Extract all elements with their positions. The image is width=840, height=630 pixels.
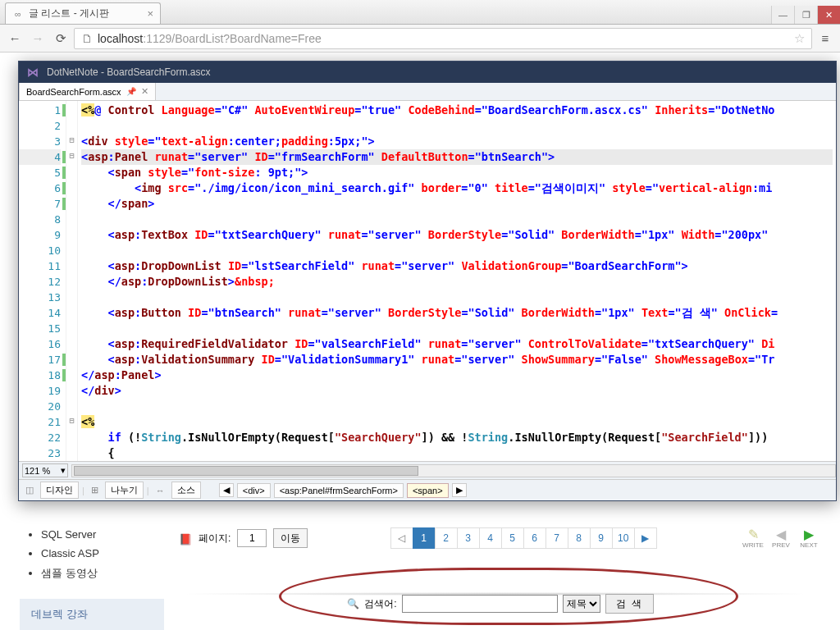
page-label: 페이지: [199, 532, 231, 546]
tab-close-icon[interactable]: × [147, 7, 153, 20]
breadcrumb-item[interactable]: <span> [407, 483, 449, 498]
next-button[interactable]: ▶NEXT [796, 526, 822, 550]
window-maximize-icon[interactable]: ❐ [794, 6, 817, 24]
breadcrumb-item[interactable]: <asp:Panel#frmSearchForm> [274, 483, 404, 498]
line-gutter: 1 2 3 4 5 6 7 8 9 10 11 12 13 14 [19, 101, 66, 461]
write-button[interactable]: ✎WRITE [740, 526, 766, 550]
vs-window: ⋈ DotNetNote - BoardSearchForm.ascx Boar… [18, 61, 837, 501]
vs-footer: ◫ 디자인 | ⊞ 나누기 | ↔ 소스 ◀ <div> <asp:Panel#… [19, 479, 836, 500]
pager-next-icon[interactable]: ▶ [634, 527, 657, 549]
file-tab-label: BoardSearchForm.ascx [26, 87, 121, 97]
pager-page[interactable]: 9 [590, 527, 613, 549]
url-bar[interactable]: 🗋 localhost:1129/BoardList?BoardName=Fre… [74, 28, 812, 49]
pager: ◁ 1 2 3 4 5 6 7 8 9 10 ▶ [391, 527, 657, 549]
url-host: localhost [98, 32, 143, 45]
breadcrumb-prev-icon[interactable]: ◀ [219, 483, 234, 497]
view-design-tab[interactable]: 디자인 [40, 482, 79, 499]
search-button[interactable]: 검 색 [605, 594, 654, 614]
file-tab[interactable]: BoardSearchForm.ascx 📌 ✕ [19, 83, 156, 100]
pager-page[interactable]: 1 [413, 527, 436, 549]
book-icon: 📕 [179, 533, 192, 543]
pager-page[interactable]: 8 [568, 527, 591, 549]
arrow-left-circle-icon: ◀ [776, 528, 786, 541]
pager-page[interactable]: 7 [546, 527, 568, 549]
browser-nav-bar: ← → ⟳ 🗋 localhost:1129/BoardList?BoardNa… [0, 25, 840, 52]
search-input[interactable] [402, 595, 558, 613]
breadcrumb-item[interactable]: <div> [237, 483, 271, 498]
view-split-tab[interactable]: 나누기 [105, 482, 144, 499]
browser-menu-icon[interactable]: ≡ [815, 29, 835, 48]
move-button[interactable]: 이동 [273, 528, 308, 548]
url-path: :1129/BoardList?BoardName=Free [143, 32, 322, 45]
vs-status-bar: 121 %▾ [19, 461, 836, 479]
pencil-icon: ✎ [748, 528, 759, 541]
pager-page[interactable]: 5 [501, 527, 524, 549]
arrow-right-circle-icon: ▶ [804, 528, 814, 541]
sidebar-section-header[interactable]: 데브렉 강좌 [20, 599, 164, 630]
pager-prev-icon[interactable]: ◁ [390, 527, 413, 549]
back-button[interactable]: ← [5, 29, 25, 48]
pager-page[interactable]: 6 [523, 527, 546, 549]
favicon-icon: ∞ [12, 8, 24, 20]
search-icon: 🔍 [347, 598, 359, 609]
sidebar-item[interactable]: SQL Server [41, 525, 167, 544]
tab-title: 글 리스트 - 게시판 [29, 7, 109, 21]
reload-button[interactable]: ⟳ [51, 29, 71, 48]
close-icon[interactable]: ✕ [141, 86, 148, 97]
search-field-select[interactable]: 제목 [563, 595, 600, 613]
view-source-tab[interactable]: 소스 [171, 482, 201, 499]
pin-icon[interactable]: 📌 [126, 87, 136, 96]
vs-titlebar[interactable]: ⋈ DotNetNote - BoardSearchForm.ascx [19, 62, 836, 83]
page-input[interactable] [237, 529, 267, 547]
vs-logo-icon: ⋈ [25, 65, 40, 80]
outline-column[interactable]: ⊟⊟⊟ [66, 101, 78, 461]
code-pane[interactable]: 1 2 3 4 5 6 7 8 9 10 11 12 13 14 [19, 101, 836, 461]
pager-page[interactable]: 4 [479, 527, 502, 549]
pager-page[interactable]: 2 [435, 527, 458, 549]
sidebar-item[interactable]: 샘플 동영상 [41, 563, 167, 584]
browser-tab-strip: ∞ 글 리스트 - 게시판 × — ❐ ✕ [0, 0, 840, 25]
forward-button[interactable]: → [28, 29, 48, 48]
code-lines[interactable]: <%@ Control Language="C#" AutoEventWireu… [78, 101, 836, 461]
prev-button[interactable]: ◀PREV [768, 526, 794, 550]
bookmark-star-icon[interactable]: ☆ [794, 31, 805, 46]
sidebar-item[interactable]: Classic ASP [41, 544, 167, 563]
vs-title: DotNetNote - BoardSearchForm.ascx [47, 66, 210, 78]
pager-page[interactable]: 3 [457, 527, 480, 549]
breadcrumb-next-icon[interactable]: ▶ [452, 483, 467, 497]
zoom-control[interactable]: 121 %▾ [22, 463, 68, 477]
browser-tab[interactable]: ∞ 글 리스트 - 게시판 × [5, 2, 161, 24]
window-minimize-icon[interactable]: — [771, 6, 794, 24]
search-label: 검색어: [364, 597, 396, 611]
sidebar: SQL Server Classic ASP 샘플 동영상 데브렉 강좌 [20, 525, 167, 630]
pager-page[interactable]: 10 [612, 527, 635, 549]
window-close-icon[interactable]: ✕ [817, 6, 840, 24]
horizontal-scrollbar[interactable] [71, 464, 836, 477]
